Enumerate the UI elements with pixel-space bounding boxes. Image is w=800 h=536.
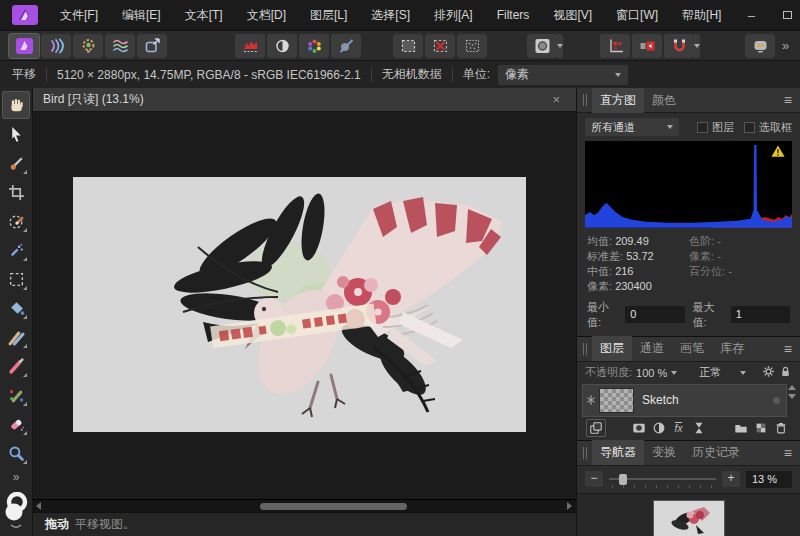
toolbar-overflow-icon[interactable]: » xyxy=(776,38,795,53)
assistant-button[interactable] xyxy=(745,34,775,58)
layers-scrollbar[interactable] xyxy=(788,385,796,399)
delete-layer-button[interactable] xyxy=(771,419,791,437)
scroll-down-icon[interactable] xyxy=(788,394,796,399)
clone-stamp-tool[interactable] xyxy=(2,381,30,409)
slider-knob[interactable] xyxy=(619,474,627,485)
new-layer-button[interactable] xyxy=(751,419,771,437)
liquify-persona-button[interactable] xyxy=(41,34,71,58)
min-input[interactable]: 0 xyxy=(625,306,684,323)
tab-history[interactable]: 历史记录 xyxy=(684,440,748,465)
unit-dropdown[interactable]: 像素 xyxy=(498,65,628,85)
menu-window[interactable]: 窗口[W] xyxy=(604,0,670,30)
panel-grip[interactable] xyxy=(583,447,587,459)
layer-visibility-toggle[interactable] xyxy=(773,397,780,404)
color-picker-tool[interactable] xyxy=(2,149,30,177)
auto-white-balance-button[interactable] xyxy=(331,34,361,58)
channel-dropdown[interactable]: 所有通道 xyxy=(585,118,679,136)
menu-text[interactable]: 文本[T] xyxy=(173,0,235,30)
tab-layers[interactable]: 图层 xyxy=(592,336,632,361)
minimize-button[interactable]: – xyxy=(733,0,769,30)
selection-brush-tool[interactable] xyxy=(2,207,30,235)
scroll-left-icon[interactable] xyxy=(36,502,41,510)
navigator-preview[interactable] xyxy=(577,493,800,536)
panel-menu-icon[interactable]: ≡ xyxy=(784,341,792,357)
snapping-presets-button[interactable] xyxy=(632,34,662,58)
flood-select-tool[interactable] xyxy=(2,236,30,264)
scroll-right-icon[interactable] xyxy=(567,502,572,510)
tools-overflow-icon[interactable]: » xyxy=(13,470,20,484)
menu-document[interactable]: 文档[D] xyxy=(235,0,298,30)
layer-checkbox[interactable] xyxy=(697,122,708,133)
zoom-out-button[interactable]: − xyxy=(585,471,603,487)
paint-brush-tool[interactable] xyxy=(2,352,30,380)
scroll-up-icon[interactable] xyxy=(788,385,796,390)
maximize-button[interactable] xyxy=(769,0,800,30)
zoom-value-input[interactable]: 13 % xyxy=(746,471,792,488)
gear-icon[interactable] xyxy=(762,365,775,380)
panel-grip[interactable] xyxy=(583,94,587,106)
menu-edit[interactable]: 编辑[E] xyxy=(110,0,173,30)
panel-menu-icon[interactable]: ≡ xyxy=(784,92,792,108)
tab-channels[interactable]: 通道 xyxy=(632,336,672,361)
menu-filters[interactable]: Filters xyxy=(485,0,542,30)
tab-transform[interactable]: 变换 xyxy=(644,440,684,465)
panel-grip[interactable] xyxy=(583,343,587,355)
canvas[interactable] xyxy=(32,112,576,499)
crop-tool[interactable] xyxy=(2,178,30,206)
develop-persona-button[interactable] xyxy=(73,34,103,58)
move-tool[interactable] xyxy=(2,120,30,148)
scrollbar-thumb[interactable] xyxy=(260,503,407,510)
mixer-brush-tool[interactable] xyxy=(2,323,30,351)
zoom-in-button[interactable]: + xyxy=(722,471,740,487)
tab-close-button[interactable]: × xyxy=(546,92,566,107)
menu-select[interactable]: 选择[S] xyxy=(359,0,422,30)
menu-view[interactable]: 视图[V] xyxy=(541,0,604,30)
snapping-magnet-button[interactable] xyxy=(664,34,694,58)
tab-brushes[interactable]: 画笔 xyxy=(672,336,712,361)
select-all-button[interactable] xyxy=(393,34,423,58)
max-input[interactable]: 1 xyxy=(731,306,790,323)
quick-mask-button[interactable] xyxy=(527,34,557,58)
horizontal-scrollbar[interactable] xyxy=(32,499,576,512)
opacity-value[interactable]: 100 % xyxy=(636,367,667,379)
tab-color[interactable]: 颜色 xyxy=(644,88,684,113)
live-filter-button[interactable] xyxy=(689,419,709,437)
panel-menu-icon[interactable]: ≡ xyxy=(784,445,792,461)
group-layers-button[interactable] xyxy=(731,419,751,437)
layer-name[interactable]: Sketch xyxy=(642,393,679,407)
layer-row-sketch[interactable]: Sketch xyxy=(583,385,786,416)
marquee-select-tool[interactable] xyxy=(2,265,30,293)
tab-navigator[interactable]: 导航器 xyxy=(592,440,644,465)
tab-histogram[interactable]: 直方图 xyxy=(592,88,644,113)
auto-levels-button[interactable] xyxy=(235,34,265,58)
photo-persona-button[interactable] xyxy=(9,34,39,58)
export-persona-button[interactable] xyxy=(137,34,167,58)
snapping-dropdown[interactable] xyxy=(694,34,700,58)
document-tab[interactable]: Bird [只读] (13.1%) × xyxy=(32,88,576,112)
flood-fill-tool[interactable] xyxy=(2,294,30,322)
view-hand-tool[interactable] xyxy=(2,91,30,119)
layer-thumbnail[interactable] xyxy=(599,388,634,413)
tab-stock[interactable]: 库存 xyxy=(712,336,752,361)
layer-effects-button[interactable]: fx xyxy=(669,419,689,437)
menu-arrange[interactable]: 排列[A] xyxy=(422,0,485,30)
auto-contrast-button[interactable] xyxy=(267,34,297,58)
zoom-slider[interactable] xyxy=(609,471,716,488)
auto-colours-button[interactable] xyxy=(299,34,329,58)
menu-layer[interactable]: 图层[L] xyxy=(298,0,359,30)
eraser-tool[interactable] xyxy=(2,410,30,438)
marquee-checkbox[interactable] xyxy=(744,122,755,133)
menu-help[interactable]: 帮助[H] xyxy=(670,0,733,30)
navigator-thumbnail[interactable] xyxy=(654,501,724,536)
zoom-tool[interactable] xyxy=(2,439,30,467)
edit-all-layers-button[interactable] xyxy=(586,419,606,437)
invert-selection-button[interactable] xyxy=(457,34,487,58)
mask-layer-button[interactable] xyxy=(629,419,649,437)
lock-icon[interactable] xyxy=(779,365,792,380)
chevron-down-icon[interactable] xyxy=(740,371,746,375)
deselect-button[interactable] xyxy=(425,34,455,58)
quick-mask-dropdown[interactable] xyxy=(557,34,563,58)
blend-mode-dropdown[interactable]: 正常 xyxy=(699,365,721,380)
adjustment-layer-button[interactable] xyxy=(649,419,669,437)
guides-manager-button[interactable] xyxy=(600,34,630,58)
